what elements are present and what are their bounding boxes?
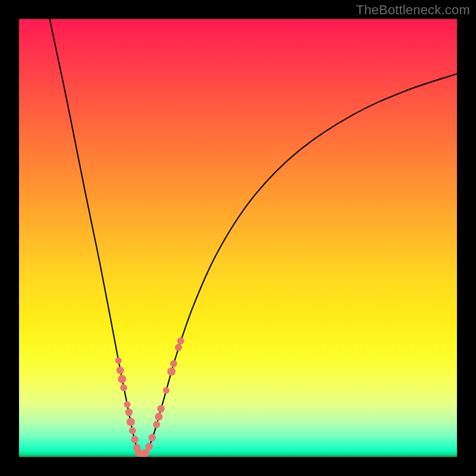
chart-frame: TheBottleneck.com xyxy=(0,0,476,476)
curve-marker xyxy=(170,360,177,367)
curve-marker xyxy=(148,434,156,441)
bottleneck-curve xyxy=(50,19,458,455)
curve-marker xyxy=(155,413,162,421)
curve-marker xyxy=(129,427,136,434)
curve-marker xyxy=(131,436,139,443)
watermark-text: TheBottleneck.com xyxy=(356,2,470,18)
bottleneck-curve-svg xyxy=(19,19,457,457)
curve-marker xyxy=(124,401,130,408)
curve-marker xyxy=(177,337,184,345)
curve-marker xyxy=(115,358,122,364)
curve-marker xyxy=(145,443,153,450)
curve-marker xyxy=(167,368,176,376)
curve-marker xyxy=(175,344,182,351)
curve-marker xyxy=(118,375,126,383)
curve-marker xyxy=(157,405,165,413)
curve-marker xyxy=(127,418,135,426)
curve-marker xyxy=(117,367,124,374)
curve-marker xyxy=(125,409,133,416)
plot-area xyxy=(19,19,457,457)
curve-marker xyxy=(153,421,160,428)
curve-marker xyxy=(163,387,170,394)
curve-marker xyxy=(120,384,127,392)
